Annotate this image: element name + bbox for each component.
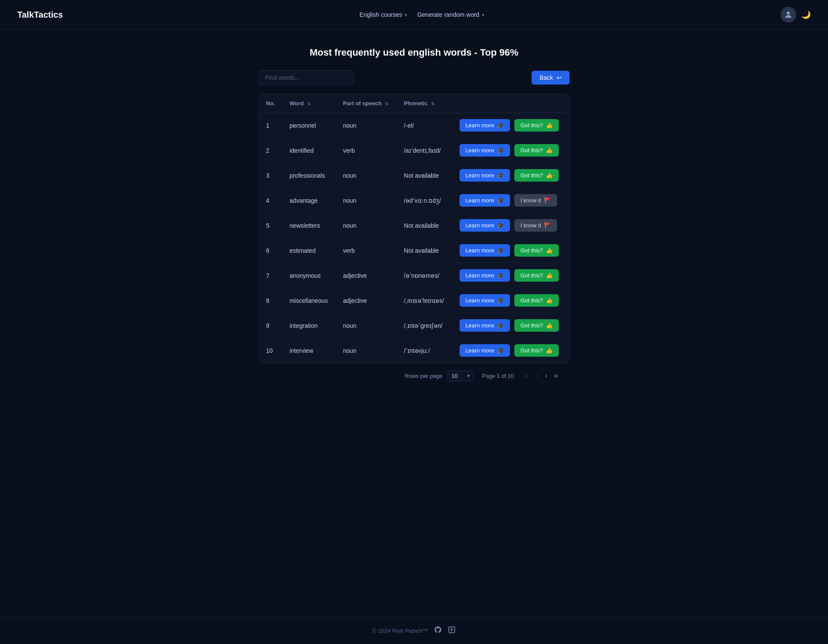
learn-more-button[interactable]: Learn more 🎓 <box>460 244 510 257</box>
copyright-text: © 2024 Piotr Pabich™ <box>372 628 428 634</box>
table-row: 7 anonymous adjective /əˈnɒnəməs/ Learn … <box>259 263 569 288</box>
svg-point-0 <box>787 12 790 15</box>
pagination: Rows per page 10 25 50 100 Page 1 of 10 … <box>259 363 570 388</box>
rows-per-page-select[interactable]: 10 25 50 100 <box>447 371 473 381</box>
main-content: Most frequently used english words - Top… <box>0 30 828 617</box>
table-row: 9 integration noun /ˌɪntəˈɡreɪʃən/ Learn… <box>259 313 569 338</box>
learn-more-button[interactable]: Learn more 🎓 <box>460 194 510 207</box>
got-this-label: Got this? <box>520 297 543 304</box>
i-know-it-button[interactable]: I know it 🚩 <box>514 194 557 207</box>
graduation-icon: 🎓 <box>497 172 504 179</box>
cell-word[interactable]: estimated <box>283 238 336 263</box>
thumbs-up-icon: 👍 <box>546 147 553 154</box>
flag-icon: 🚩 <box>544 222 551 229</box>
thumbs-up-icon: 👍 <box>546 172 553 179</box>
got-this-label: Got this? <box>520 172 543 179</box>
cell-phonetic: /ədˈvɑːn.tɪdʒ/ <box>397 188 453 213</box>
got-this-button[interactable]: Got this? 👍 <box>514 269 559 282</box>
graduation-icon: 🎓 <box>497 347 504 354</box>
cell-phonetic: /ˌmɪsəˈleɪnɪəs/ <box>397 288 453 313</box>
cell-no: 9 <box>259 313 283 338</box>
cell-actions: Learn more 🎓 Got this? 👍 <box>453 288 569 313</box>
got-this-label: Got this? <box>520 272 543 279</box>
header: TalkTactics English courses ▾ Generate r… <box>0 0 828 30</box>
cell-word[interactable]: personnel <box>283 113 336 138</box>
user-avatar-icon <box>784 10 793 19</box>
back-icon: ↩ <box>557 74 562 81</box>
got-this-button[interactable]: Got this? 👍 <box>514 294 559 307</box>
col-actions <box>453 94 569 113</box>
first-page-button[interactable]: « <box>523 370 532 381</box>
back-button[interactable]: Back ↩ <box>532 71 569 85</box>
learn-more-button[interactable]: Learn more 🎓 <box>460 319 510 332</box>
sort-icon: ⇅ <box>385 101 388 106</box>
theme-toggle-button[interactable]: 🌙 <box>801 10 811 19</box>
cell-phonetic: Not available <box>397 163 453 188</box>
nav-english-courses[interactable]: English courses ▾ <box>359 11 407 18</box>
cell-no: 5 <box>259 213 283 238</box>
learn-more-button[interactable]: Learn more 🎓 <box>460 169 510 182</box>
got-this-button[interactable]: Got this? 👍 <box>514 144 559 157</box>
learn-more-button[interactable]: Learn more 🎓 <box>460 119 510 132</box>
graduation-icon: 🎓 <box>497 197 504 204</box>
cell-word[interactable]: advantage <box>283 188 336 213</box>
cell-pos: noun <box>336 163 397 188</box>
cell-phonetic: /aɪˈdentɪˌfaɪd/ <box>397 138 453 163</box>
col-pos[interactable]: Part of speech ⇅ <box>336 94 397 113</box>
cell-word[interactable]: integration <box>283 313 336 338</box>
cell-word[interactable]: newsletters <box>283 213 336 238</box>
col-phonetic[interactable]: Phonetic ⇅ <box>397 94 453 113</box>
learn-more-label: Learn more <box>466 122 494 129</box>
got-this-label: Got this? <box>520 347 543 354</box>
thumbs-up-icon: 👍 <box>546 322 553 329</box>
graduation-icon: 🎓 <box>497 122 504 129</box>
got-this-button[interactable]: Got this? 👍 <box>514 344 559 357</box>
cell-phonetic: Not available <box>397 213 453 238</box>
got-this-button[interactable]: Got this? 👍 <box>514 244 559 257</box>
learn-more-label: Learn more <box>466 172 494 179</box>
learn-more-label: Learn more <box>466 147 494 154</box>
cell-word[interactable]: interview <box>283 338 336 363</box>
logo: TalkTactics <box>17 10 63 20</box>
got-this-button[interactable]: Got this? 👍 <box>514 169 559 182</box>
thumbs-up-icon: 👍 <box>546 122 553 129</box>
cell-actions: Learn more 🎓 Got this? 👍 <box>453 163 569 188</box>
search-input[interactable] <box>259 70 354 85</box>
cell-actions: Learn more 🎓 Got this? 👍 <box>453 313 569 338</box>
cell-word[interactable]: identified <box>283 138 336 163</box>
table-row: 10 interview noun /ˈɪntəvjuː/ Learn more… <box>259 338 569 363</box>
learn-more-button[interactable]: Learn more 🎓 <box>460 219 510 232</box>
got-this-button[interactable]: Got this? 👍 <box>514 319 559 332</box>
github-icon[interactable] <box>434 626 442 635</box>
last-page-button[interactable]: » <box>552 370 561 381</box>
cell-pos: noun <box>336 213 397 238</box>
learn-more-button[interactable]: Learn more 🎓 <box>460 269 510 282</box>
cell-actions: Learn more 🎓 I know it 🚩 <box>453 188 569 213</box>
cell-phonetic: /ˌɪntəˈɡreɪʃən/ <box>397 313 453 338</box>
cell-word[interactable]: miscellaneous <box>283 288 336 313</box>
i-know-it-button[interactable]: I know it 🚩 <box>514 219 557 232</box>
cell-word[interactable]: professionals <box>283 163 336 188</box>
graduation-icon: 🎓 <box>497 272 504 279</box>
nav-generate-random-word[interactable]: Generate random word ▾ <box>417 11 484 18</box>
cell-word[interactable]: anonymous <box>283 263 336 288</box>
cell-no: 3 <box>259 163 283 188</box>
learn-more-button[interactable]: Learn more 🎓 <box>460 144 510 157</box>
thumbs-up-icon: 👍 <box>546 272 553 279</box>
table-row: 3 professionals noun Not available Learn… <box>259 163 569 188</box>
avatar[interactable] <box>781 7 796 22</box>
graduation-icon: 🎓 <box>497 247 504 254</box>
col-word[interactable]: Word ⇅ <box>283 94 336 113</box>
got-this-button[interactable]: Got this? 👍 <box>514 119 559 132</box>
external-link-icon[interactable] <box>448 626 456 635</box>
cell-pos: adjective <box>336 288 397 313</box>
learn-more-button[interactable]: Learn more 🎓 <box>460 294 510 307</box>
sort-icon: ⇅ <box>431 101 434 106</box>
cell-pos: noun <box>336 338 397 363</box>
learn-more-button[interactable]: Learn more 🎓 <box>460 344 510 357</box>
cell-actions: Learn more 🎓 Got this? 👍 <box>453 113 569 138</box>
next-page-button[interactable]: › <box>542 370 550 381</box>
chevron-down-icon: ▾ <box>405 13 407 17</box>
learn-more-label: Learn more <box>466 247 494 254</box>
prev-page-button[interactable]: ‹ <box>533 370 541 381</box>
